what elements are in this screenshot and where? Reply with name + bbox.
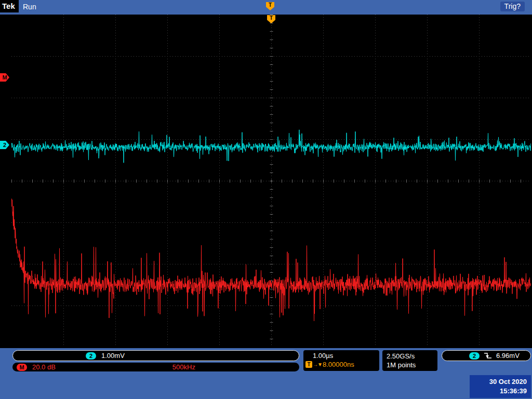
trigger-source-badge: 2 [469,352,480,360]
math-readout: M 20.0 dB 500kHz [12,363,299,371]
math-badge: M [17,364,27,371]
math-reference-marker: M [0,73,9,82]
datetime-display: 30 Oct 2020 15:36:39 [470,375,531,398]
falling-edge-icon [484,352,492,360]
channel2-reference-marker: 2 [0,141,9,149]
sample-rate-value: 2.50GS/s [387,352,437,361]
waveform-display-area: M 2 T [0,15,532,348]
brand-logo: Tek [0,0,19,12]
date-label: 30 Oct 2020 [474,377,527,387]
trigger-status-label: Trig? [500,2,525,11]
top-status-bar: Tek Run T Trig? [0,0,532,15]
bottom-readout-bar: 2 1.00mV M 20.0 dB 500kHz 1.00µs T →▼ 8.… [0,348,532,399]
math-frequency-span: 500kHz [172,363,195,371]
trigger-delay-readout: T →▼ 8.00000ns [305,361,379,368]
trigger-level-value: 6.96mV [496,352,520,360]
timebase-scale-value: 1.00µs [305,351,379,360]
delay-arrow-icon: →▼ [313,362,322,367]
acquisition-status: Run [23,3,36,11]
math-scale-value: 20.0 dB [32,363,56,371]
channel2-scale-value: 1.00mV [101,352,125,360]
channel2-badge: 2 [86,352,96,360]
channel2-readout: 2 1.00mV [12,350,299,361]
acquisition-readout: 2.50GS/s 1M points [382,350,437,371]
time-label: 15:36:39 [474,387,527,396]
graticule-canvas [11,15,531,347]
trigger-delay-value: 8.00000ns [323,361,354,368]
trigger-position-flag-topbar: T [266,2,274,10]
timebase-readout: 1.00µs T →▼ 8.00000ns [303,350,379,371]
trigger-t-badge: T [305,361,312,368]
trigger-readout: 2 6.96mV [442,350,531,361]
record-length-value: 1M points [387,361,437,369]
